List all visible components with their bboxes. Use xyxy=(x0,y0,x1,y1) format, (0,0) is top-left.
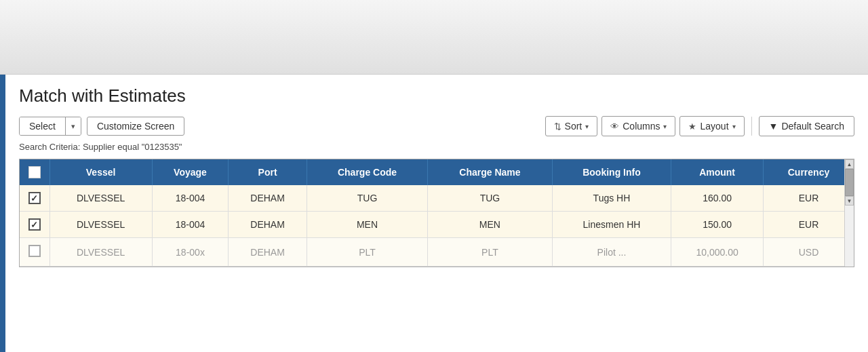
scrollbar-arrow-up[interactable]: ▲ xyxy=(845,159,854,169)
search-criteria: Search Criteria: Supplier equal "0123535… xyxy=(19,142,854,152)
toolbar-row: Select ▾ Customize Screen ⇅ Sort ▾ 👁 Col… xyxy=(19,116,854,136)
row-checkbox[interactable] xyxy=(28,245,41,257)
cell-currency: EUR xyxy=(763,212,854,238)
layout-label: Layout xyxy=(700,121,728,132)
sort-caret-icon: ▾ xyxy=(585,123,589,130)
col-amount: Amount xyxy=(671,159,764,185)
select-button-group: Select ▾ xyxy=(19,117,81,136)
cell-voyage: 18-00x xyxy=(152,238,229,267)
table-row: DLVESSEL18-00xDEHAMPLTPLTPilot ...10,000… xyxy=(20,238,854,267)
main-content: Match with Estimates Select ▾ Customize … xyxy=(0,75,868,352)
row-checkbox-cell[interactable] xyxy=(20,238,50,267)
default-search-label: Default Search xyxy=(781,121,844,132)
cell-charge-name: TUG xyxy=(428,185,553,212)
col-vessel: Vessel xyxy=(50,159,152,185)
table-wrapper: Vessel Voyage Port Charge Code Charge Na… xyxy=(19,159,854,267)
header-checkbox[interactable] xyxy=(28,166,41,178)
default-search-button[interactable]: ▼ Default Search xyxy=(759,116,854,136)
cell-booking-info: Linesmen HH xyxy=(552,212,671,238)
cell-port: DEHAM xyxy=(229,212,307,238)
col-booking-info: Booking Info xyxy=(552,159,671,185)
table-row: DLVESSEL18-004DEHAMTUGTUGTugs HH160.00EU… xyxy=(20,185,854,212)
col-port: Port xyxy=(229,159,307,185)
cell-port: DEHAM xyxy=(229,238,307,267)
layout-icon: ★ xyxy=(688,121,696,132)
cell-charge-code: PLT xyxy=(307,238,427,267)
filter-icon: ▼ xyxy=(769,121,778,132)
columns-button[interactable]: 👁 Columns ▾ xyxy=(601,116,675,136)
cell-booking-info: Tugs HH xyxy=(552,185,671,212)
cell-vessel: DLVESSEL xyxy=(50,238,152,267)
cell-currency: USD xyxy=(763,238,854,267)
toolbar-left: Select ▾ Customize Screen xyxy=(19,117,184,136)
table-header-row: Vessel Voyage Port Charge Code Charge Na… xyxy=(20,159,854,185)
col-charge-name: Charge Name xyxy=(428,159,553,185)
sort-icon: ⇅ xyxy=(554,121,561,132)
page-title: Match with Estimates xyxy=(19,85,854,106)
top-bar xyxy=(0,0,868,75)
select-dropdown-button[interactable]: ▾ xyxy=(65,117,81,135)
chevron-down-icon: ▾ xyxy=(71,122,75,130)
col-voyage: Voyage xyxy=(152,159,229,185)
scrollbar-arrow-down[interactable]: ▼ xyxy=(845,196,854,206)
cell-port: DEHAM xyxy=(229,185,307,212)
cell-charge-code: TUG xyxy=(307,185,427,212)
cell-amount: 160.00 xyxy=(671,185,764,212)
cell-charge-name: MEN xyxy=(428,212,553,238)
toolbar-right: ⇅ Sort ▾ 👁 Columns ▾ ★ Layout ▾ ▼ De xyxy=(545,116,854,136)
table-body: DLVESSEL18-004DEHAMTUGTUGTugs HH160.00EU… xyxy=(20,185,854,267)
header-checkbox-cell[interactable] xyxy=(20,159,50,185)
row-checkbox-cell[interactable] xyxy=(20,212,50,238)
sort-button[interactable]: ⇅ Sort ▾ xyxy=(545,116,598,136)
customize-screen-button[interactable]: Customize Screen xyxy=(87,117,184,136)
columns-label: Columns xyxy=(623,121,660,132)
cell-charge-name: PLT xyxy=(428,238,553,267)
cell-currency: EUR xyxy=(763,185,854,212)
columns-icon: 👁 xyxy=(610,121,619,132)
cell-charge-code: MEN xyxy=(307,212,427,238)
toolbar-separator xyxy=(751,117,752,136)
cell-voyage: 18-004 xyxy=(152,185,229,212)
row-checkbox-cell[interactable] xyxy=(20,185,50,212)
left-accent xyxy=(0,75,5,352)
main-table: Vessel Voyage Port Charge Code Charge Na… xyxy=(20,159,854,267)
scrollbar-track[interactable]: ▲ ▼ xyxy=(844,159,854,267)
columns-caret-icon: ▾ xyxy=(663,123,667,130)
cell-voyage: 18-004 xyxy=(152,212,229,238)
content-area: Match with Estimates Select ▾ Customize … xyxy=(5,75,868,352)
row-checkbox[interactable] xyxy=(28,192,41,204)
layout-button[interactable]: ★ Layout ▾ xyxy=(679,116,744,136)
cell-amount: 150.00 xyxy=(671,212,764,238)
layout-caret-icon: ▾ xyxy=(732,123,736,130)
table-row: DLVESSEL18-004DEHAMMENMENLinesmen HH150.… xyxy=(20,212,854,238)
row-checkbox[interactable] xyxy=(28,218,41,231)
cell-booking-info: Pilot ... xyxy=(552,238,671,267)
sort-label: Sort xyxy=(565,121,583,132)
cell-amount: 10,000.00 xyxy=(671,238,764,267)
col-currency: Currency xyxy=(763,159,854,185)
col-charge-code: Charge Code xyxy=(307,159,427,185)
cell-vessel: DLVESSEL xyxy=(50,212,152,238)
scrollbar-thumb[interactable] xyxy=(845,169,854,196)
cell-vessel: DLVESSEL xyxy=(50,185,152,212)
select-button[interactable]: Select xyxy=(20,117,65,135)
